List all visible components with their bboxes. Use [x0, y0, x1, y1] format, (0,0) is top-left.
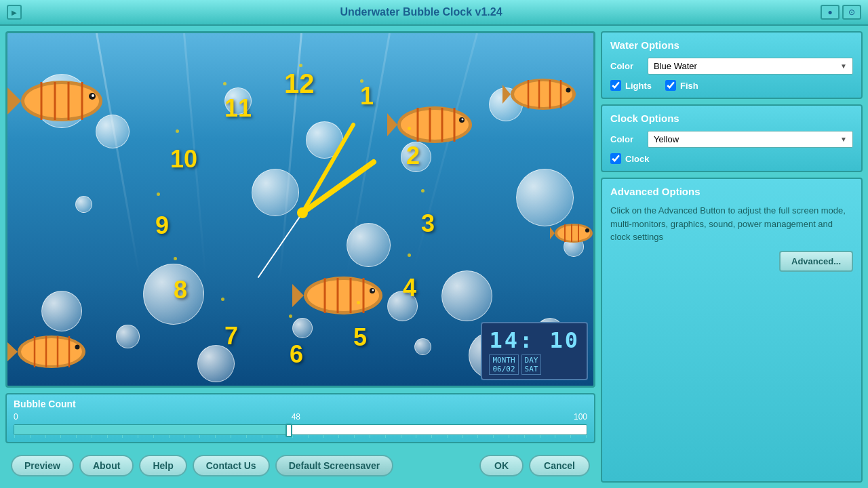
help-button[interactable]: Help	[139, 455, 186, 476]
water-options-section: Water Options Color Blue Water ▼ Lights …	[601, 31, 863, 99]
advanced-options-title: Advanced Options	[610, 186, 853, 197]
title-bar: ▶ Underwater Bubble Clock v1.24 ● ⊙	[0, 0, 868, 26]
bottom-bar: Preview About Help Contact Us Default Sc…	[5, 449, 595, 483]
bubble-slider-thumb[interactable]	[285, 424, 292, 437]
bubble-ticks	[14, 435, 587, 438]
water-color-value: Blue Water	[654, 61, 697, 71]
bubble-min: 0	[14, 412, 18, 422]
bubble-current: 48	[292, 412, 300, 422]
advanced-btn-row: Advanced...	[610, 251, 853, 272]
about-button[interactable]: About	[79, 455, 134, 476]
water-color-dropdown[interactable]: Blue Water ▼	[648, 58, 853, 75]
bubble-max: 100	[574, 412, 587, 422]
title-controls: ● ⊙	[821, 5, 861, 20]
svg-line-51	[302, 125, 353, 213]
fish-label: Fish	[680, 81, 698, 91]
water-color-row: Color Blue Water ▼	[610, 58, 853, 75]
clock-checkbox-item: Clock	[610, 153, 649, 164]
default-screensaver-button[interactable]: Default Screensaver	[275, 455, 394, 476]
month-label: MONTH 06/02	[489, 354, 518, 375]
close-button[interactable]: ⊙	[842, 5, 861, 20]
lights-checkbox-item: Lights	[610, 80, 652, 91]
digital-time: 14: 10	[489, 327, 580, 353]
svg-line-50	[302, 162, 374, 213]
app-icon: ▶	[7, 5, 22, 20]
clock-color-row: Color Yellow ▼	[610, 131, 853, 148]
advanced-options-section: Advanced Options Click on the Advanced B…	[601, 178, 863, 483]
lights-checkbox[interactable]	[610, 80, 621, 91]
lights-label: Lights	[625, 81, 652, 91]
water-color-label: Color	[610, 61, 641, 71]
clock-options-title: Clock Options	[610, 113, 853, 124]
underwater-scene: 12 1 2 3 4 5 6 7 8 9 10 11	[7, 33, 593, 386]
clock-checkbox-row: Clock	[610, 153, 853, 164]
preview-area: 12 1 2 3 4 5 6 7 8 9 10 11	[5, 31, 595, 388]
bubble-count-label: Bubble Count	[14, 399, 587, 409]
right-panel: Water Options Color Blue Water ▼ Lights …	[601, 31, 863, 483]
bubble-count-panel: Bubble Count 0 48 100	[5, 393, 595, 443]
advanced-button[interactable]: Advanced...	[779, 251, 853, 272]
clock-color-dropdown-arrow: ▼	[840, 136, 847, 143]
advanced-description: Click on the Advanced Button to adjust t…	[610, 204, 853, 244]
bubble-slider-track	[14, 424, 587, 435]
svg-line-52	[258, 213, 302, 277]
clock-options-section: Clock Options Color Yellow ▼ Clock	[601, 104, 863, 172]
clock-checkbox[interactable]	[610, 153, 621, 164]
clock-color-value: Yellow	[654, 134, 679, 144]
clock-color-label: Color	[610, 134, 641, 144]
digital-clock: 14: 10 MONTH 06/02 DAY SAT	[481, 322, 588, 380]
water-options-title: Water Options	[610, 39, 853, 51]
water-color-dropdown-arrow: ▼	[840, 62, 847, 70]
main-layout: 12 1 2 3 4 5 6 7 8 9 10 11	[0, 26, 868, 488]
preview-button[interactable]: Preview	[11, 455, 74, 476]
ok-button[interactable]: OK	[479, 455, 524, 476]
fish-checkbox-item: Fish	[665, 80, 698, 91]
fish-checkbox[interactable]	[665, 80, 676, 91]
bubble-count-values: 0 48 100	[14, 412, 587, 422]
digital-date: MONTH 06/02 DAY SAT	[489, 354, 580, 375]
left-panel: 12 1 2 3 4 5 6 7 8 9 10 11	[5, 31, 595, 483]
day-label: DAY SAT	[521, 354, 542, 375]
contact-button[interactable]: Contact Us	[193, 455, 270, 476]
clock-checkbox-label: Clock	[625, 154, 649, 164]
app-title: Underwater Bubble Clock v1.24	[340, 6, 502, 18]
clock-color-dropdown[interactable]: Yellow ▼	[648, 131, 853, 148]
water-checkbox-row: Lights Fish	[610, 80, 853, 91]
bubble-slider-fill	[14, 425, 289, 434]
title-left: ▶	[7, 5, 22, 20]
minimize-button[interactable]: ●	[821, 5, 840, 20]
svg-point-53	[297, 207, 308, 218]
cancel-button[interactable]: Cancel	[529, 455, 590, 476]
